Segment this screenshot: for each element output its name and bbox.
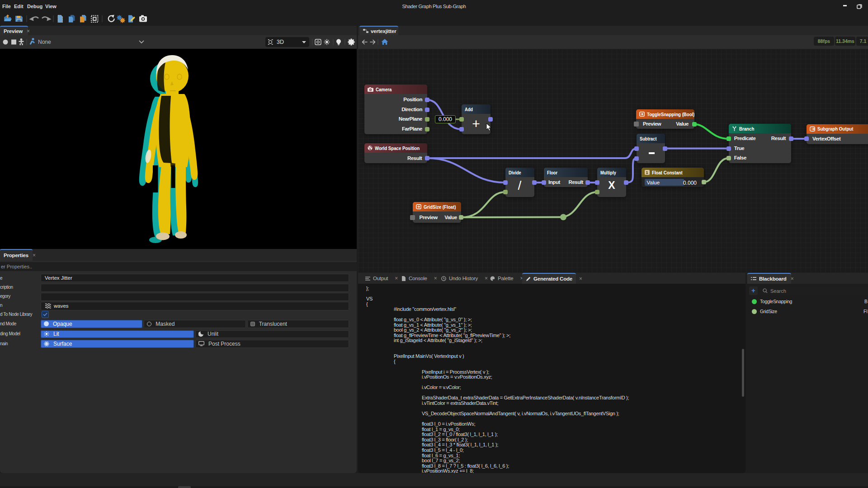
svg-text:3D: 3D <box>277 39 284 45</box>
svg-text:None: None <box>38 39 51 45</box>
